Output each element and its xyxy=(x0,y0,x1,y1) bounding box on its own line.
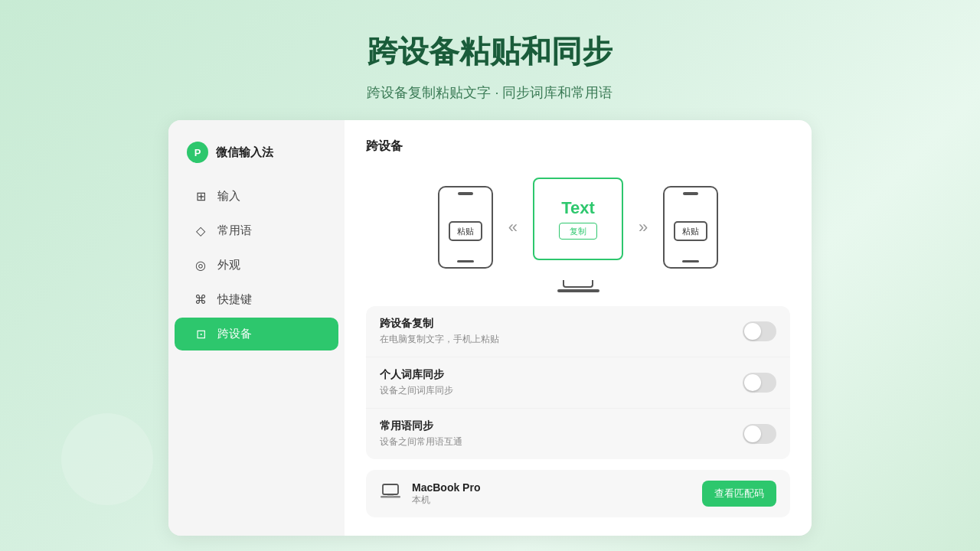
shortcuts-icon: ⌘ xyxy=(193,292,208,307)
desktop-base xyxy=(557,289,599,292)
sidebar-item-label-appearance: 外观 xyxy=(217,258,240,272)
sidebar-item-label-shortcuts: 快捷键 xyxy=(217,292,252,307)
desktop-text: Text xyxy=(561,198,595,218)
left-arrows: « xyxy=(508,217,518,237)
sidebar-item-cross-device[interactable]: ⊡ 跨设备 xyxy=(175,318,338,350)
phone-bottom-right xyxy=(682,260,699,262)
sidebar: P 微信输入法 ⊞ 输入 ◇ 常用语 ◎ 外观 ⌘ 快捷键 ⊡ 跨设备 xyxy=(168,120,345,536)
sidebar-item-shortcuts[interactable]: ⌘ 快捷键 xyxy=(175,283,338,316)
device-name: MacBook Pro xyxy=(412,481,480,494)
page-title: 跨设备粘贴和同步 xyxy=(367,31,612,73)
right-arrows: » xyxy=(639,217,648,237)
left-phone-device: 粘贴 xyxy=(438,186,493,269)
app-name: 微信输入法 xyxy=(216,145,273,160)
phrases-sync-desc: 设备之间常用语互通 xyxy=(380,435,462,448)
cross-copy-desc: 在电脑复制文字，手机上粘贴 xyxy=(380,333,499,346)
desktop-wrapper: Text 复制 xyxy=(533,178,623,277)
sidebar-item-appearance[interactable]: ◎ 外观 xyxy=(175,249,338,282)
phone-notch-left xyxy=(458,192,473,195)
settings-row-cross-copy: 跨设备复制 在电脑复制文字，手机上粘贴 xyxy=(366,306,790,357)
sidebar-item-label-phrases: 常用语 xyxy=(217,223,252,238)
animation-area: 粘贴 « Text 复制 » 粘贴 xyxy=(366,170,790,285)
macbook-icon xyxy=(380,481,401,507)
device-details: MacBook Pro 本机 xyxy=(412,481,480,507)
sidebar-item-label-cross-device: 跨设备 xyxy=(217,327,252,341)
sidebar-item-label-input: 输入 xyxy=(217,189,240,204)
input-icon: ⊞ xyxy=(193,189,208,204)
appearance-icon: ◎ xyxy=(193,258,208,272)
device-info: MacBook Pro 本机 xyxy=(380,481,480,507)
sidebar-logo: P 微信输入法 xyxy=(168,135,345,178)
desktop-copy-btn: 复制 xyxy=(559,223,597,240)
vocab-sync-toggle[interactable] xyxy=(743,373,776,393)
app-logo-icon: P xyxy=(187,142,208,163)
settings-section: 跨设备复制 在电脑复制文字，手机上粘贴 个人词库同步 设备之间词库同步 常用语同… xyxy=(366,306,790,459)
content-area: 跨设备 粘贴 « Text 复制 » xyxy=(345,120,812,536)
svg-rect-0 xyxy=(383,484,398,494)
phrases-sync-title: 常用语同步 xyxy=(380,419,462,433)
phone-notch-right xyxy=(683,192,698,195)
cross-copy-title: 跨设备复制 xyxy=(380,317,499,331)
vocab-sync-desc: 设备之间词库同步 xyxy=(380,384,453,397)
cross-device-icon: ⊡ xyxy=(193,327,208,341)
page-subtitle: 跨设备复制粘贴文字 · 同步词库和常用语 xyxy=(367,83,612,102)
left-phone-paste-btn: 粘贴 xyxy=(449,221,482,241)
device-row: MacBook Pro 本机 查看匹配码 xyxy=(366,470,790,517)
sidebar-item-phrases[interactable]: ◇ 常用语 xyxy=(175,214,338,247)
phrases-sync-toggle[interactable] xyxy=(743,424,776,444)
desktop-stand xyxy=(563,280,593,288)
match-code-button[interactable]: 查看匹配码 xyxy=(702,481,776,507)
cross-copy-toggle[interactable] xyxy=(743,321,776,341)
desktop-device: Text 复制 xyxy=(533,178,623,260)
vocab-sync-info: 个人词库同步 设备之间词库同步 xyxy=(380,368,453,397)
phrases-icon: ◇ xyxy=(193,223,208,238)
settings-row-vocab-sync: 个人词库同步 设备之间词库同步 xyxy=(366,357,790,409)
right-phone-paste-btn: 粘贴 xyxy=(674,221,707,241)
phone-bottom-left xyxy=(457,260,474,262)
right-phone-device: 粘贴 xyxy=(663,186,718,269)
main-card: P 微信输入法 ⊞ 输入 ◇ 常用语 ◎ 外观 ⌘ 快捷键 ⊡ 跨设备 跨设备 xyxy=(168,120,812,536)
cross-copy-info: 跨设备复制 在电脑复制文字，手机上粘贴 xyxy=(380,317,499,346)
page-header: 跨设备粘贴和同步 跨设备复制粘贴文字 · 同步词库和常用语 xyxy=(367,0,612,120)
vocab-sync-title: 个人词库同步 xyxy=(380,368,453,382)
section-title: 跨设备 xyxy=(366,139,790,155)
device-type: 本机 xyxy=(412,494,480,507)
sidebar-item-input[interactable]: ⊞ 输入 xyxy=(175,180,338,213)
phrases-sync-info: 常用语同步 设备之间常用语互通 xyxy=(380,419,462,448)
settings-row-phrases-sync: 常用语同步 设备之间常用语互通 xyxy=(366,409,790,459)
